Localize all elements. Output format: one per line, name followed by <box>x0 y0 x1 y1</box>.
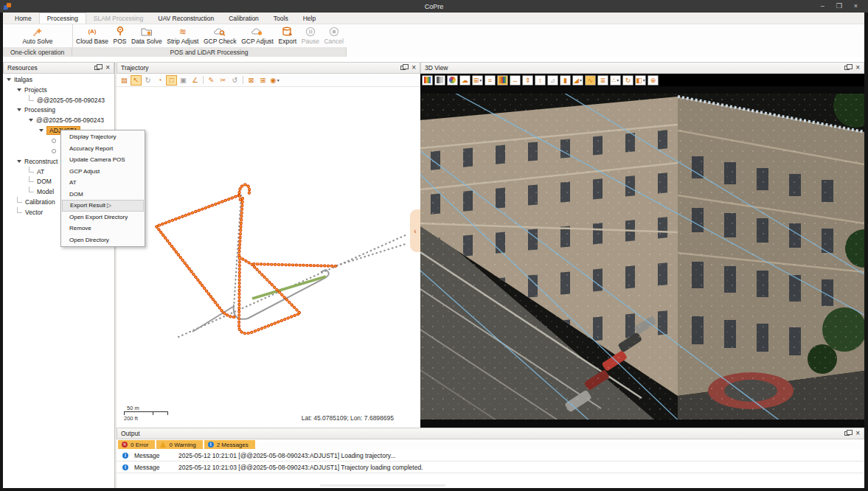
horizontal-measure-icon[interactable]: ↔ <box>510 75 521 86</box>
tree-connector <box>29 95 34 101</box>
copy-selection-icon[interactable]: ▣ <box>178 75 189 86</box>
histogram-icon[interactable] <box>497 75 508 86</box>
tree-item-processing[interactable]: Processing <box>3 105 114 116</box>
warning-filter[interactable]: 0 Warning <box>156 440 202 449</box>
cut-icon[interactable]: ✂ <box>218 75 229 86</box>
trajectory-title: Trajectory <box>121 64 148 72</box>
rgb-colorwheel-icon[interactable] <box>447 75 458 86</box>
tab-help[interactable]: Help <box>296 13 323 24</box>
float-panel-icon[interactable] <box>94 66 100 70</box>
close-button[interactable]: × <box>854 0 858 13</box>
menu-item-accuracy-report[interactable]: Accuracy Report <box>62 143 144 155</box>
gcp-adjust-button[interactable]: GCP Adjust <box>241 24 274 47</box>
brush-icon[interactable]: ✎ <box>206 75 217 86</box>
output-row[interactable]: i Message 2025-05-12 10:21:01 [@@2025-05… <box>117 450 864 462</box>
pointcloud-viewport[interactable] <box>420 86 864 428</box>
class-filter-icon[interactable]: ⊞▾ <box>472 75 483 86</box>
strip-adjust-button[interactable]: ≋ Strip Adjust <box>167 24 198 47</box>
output-filter-bar: × 0 Error 0 Warning i 2 Messages <box>117 439 864 450</box>
height-measure-icon[interactable]: ↕ <box>535 75 546 86</box>
layers-icon[interactable]: ▤ <box>119 75 130 86</box>
tab-tools[interactable]: Tools <box>266 13 296 24</box>
visibility-eye-icon[interactable]: ◉▾ <box>269 75 280 86</box>
data-solve-button[interactable]: Data Solve <box>131 24 162 47</box>
elevation-colorbars-icon[interactable] <box>422 75 433 86</box>
pos-button[interactable]: POS <box>114 24 127 47</box>
tree-item-processing-dataset[interactable]: @@2025-05-08-090243 <box>3 115 114 125</box>
expand-arrow-icon[interactable] <box>17 160 21 163</box>
gcp-check-button[interactable]: GCP Check <box>204 24 237 47</box>
close-panel-icon[interactable]: × <box>412 64 416 72</box>
maximize-button[interactable]: ❒ <box>836 0 842 13</box>
rect-select-icon[interactable]: □ <box>166 75 177 86</box>
tree-item-projects[interactable]: Projects <box>3 85 114 95</box>
pause-icon <box>305 26 316 37</box>
tree-item-project-dataset[interactable]: @@2025-05-08-090243 <box>3 95 114 105</box>
scale-bar: 50 m 200 ft <box>124 405 168 422</box>
volume-box-icon[interactable]: ▮ <box>560 75 571 86</box>
expand-arrow-icon[interactable] <box>29 119 33 122</box>
close-panel-icon[interactable]: × <box>105 64 110 72</box>
area-measure-icon[interactable]: ⊿ <box>547 75 558 86</box>
orbit-icon[interactable]: ↻ <box>142 75 153 86</box>
cancel-button[interactable]: Cancel <box>324 24 343 47</box>
tree-item-italgas[interactable]: Italgas <box>3 74 114 85</box>
eraser-icon[interactable]: ◢▾ <box>572 75 583 86</box>
select-cursor-icon[interactable]: ↖ <box>131 75 142 86</box>
float-panel-icon[interactable] <box>844 66 850 70</box>
menu-item-gcp-adjust[interactable]: GCP Adjust <box>62 166 144 178</box>
clip-box-icon[interactable]: ⊠ <box>246 75 257 86</box>
horizontal-scrollbar[interactable] <box>320 484 445 487</box>
menu-item-open-export-directory[interactable]: Open Export Directory <box>62 212 144 223</box>
pause-button[interactable]: Pause <box>302 24 319 47</box>
cube-view-icon[interactable]: ◧▾ <box>635 75 646 86</box>
trajectory-canvas[interactable]: 50 m 200 ft Lat: 45.0785109; Lon: 7.6898… <box>117 88 420 428</box>
expand-arrow-icon[interactable] <box>7 78 11 81</box>
rotate-view-icon[interactable]: ↻ <box>622 75 633 86</box>
auto-solve-button[interactable]: Auto Solve <box>22 24 52 47</box>
ribbon-toolbar: Auto Solve (A) Cloud Base POS <box>3 24 864 47</box>
error-filter[interactable]: × 0 Error <box>118 440 155 449</box>
tree-connector <box>29 167 34 173</box>
tab-uav-reconstruction[interactable]: UAV Reconstruction <box>150 13 221 24</box>
close-panel-icon[interactable]: × <box>855 64 860 72</box>
tab-calibration[interactable]: Calibration <box>221 13 266 24</box>
cancel-stop-icon <box>329 26 339 37</box>
expand-arrow-icon[interactable] <box>39 129 44 132</box>
flatten-layers-icon[interactable]: ≣ <box>597 75 608 86</box>
float-panel-icon[interactable] <box>844 431 850 436</box>
minimize-button[interactable]: – <box>821 0 824 13</box>
cloud-base-button[interactable]: (A) Cloud Base <box>76 24 108 47</box>
pos-pin-icon <box>115 26 125 37</box>
collapse-panel-tab[interactable]: ‹ <box>410 209 420 252</box>
tab-processing[interactable]: Processing <box>39 13 86 24</box>
menu-item-export-result[interactable]: Export Result▷ <box>62 200 144 212</box>
polyline-draw-icon[interactable]: ∿ <box>585 75 596 86</box>
menu-item-update-camera-pos[interactable]: Update Camera POS <box>62 154 144 166</box>
measure-angle-icon[interactable]: ∠ <box>190 75 201 86</box>
menu-item-remove[interactable]: Remove <box>62 223 144 234</box>
output-row[interactable]: i Message 2025-05-12 10:21:03 [@@2025-05… <box>117 462 864 473</box>
clock-icon[interactable]: ◔ <box>154 75 165 86</box>
close-panel-icon[interactable]: × <box>855 430 860 437</box>
image-grid-icon[interactable]: ⊞ <box>257 75 268 86</box>
export-button[interactable]: Export <box>279 24 297 47</box>
point-classify-icon[interactable]: ∴▾ <box>610 75 621 86</box>
filter-sliders-icon[interactable]: ≡ <box>485 75 496 86</box>
intensity-bars-icon[interactable] <box>434 75 445 86</box>
menu-item-display-trajectory[interactable]: Display Trajectory <box>62 131 144 143</box>
redo-icon[interactable]: ↺ <box>229 75 240 86</box>
cloud-display-icon[interactable]: ☁ <box>459 75 471 86</box>
messages-filter[interactable]: i 2 Messages <box>204 440 255 449</box>
distance-measure-icon[interactable]: ⇕ <box>522 75 533 86</box>
tab-slam-processing[interactable]: SLAM Processing <box>86 13 151 24</box>
menu-item-at[interactable]: AT <box>62 177 144 189</box>
tab-home[interactable]: Home <box>7 13 39 24</box>
expand-arrow-icon[interactable] <box>17 108 21 111</box>
expand-arrow-icon[interactable] <box>17 88 21 91</box>
gcp-adjust-icon <box>251 26 264 37</box>
menu-item-open-directory[interactable]: Open Directory <box>62 234 144 246</box>
menu-item-dom[interactable]: DOM <box>62 189 144 201</box>
float-panel-icon[interactable] <box>400 66 406 70</box>
locate-target-icon[interactable]: ⊕ <box>647 75 659 86</box>
